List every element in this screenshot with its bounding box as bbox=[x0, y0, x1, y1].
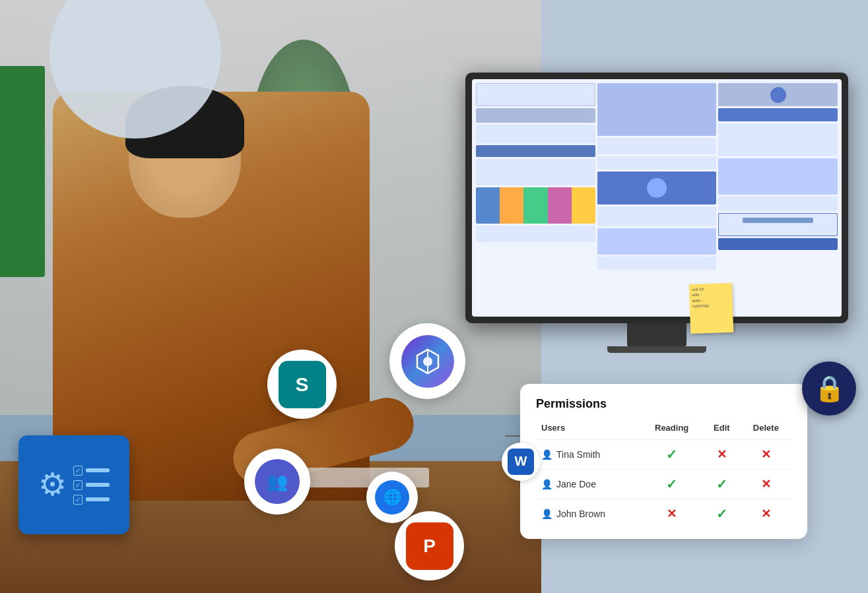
cross-tina-edit: ✕ bbox=[717, 448, 727, 461]
cross-tina-delete: ✕ bbox=[761, 448, 771, 461]
m365-icon[interactable] bbox=[389, 323, 465, 399]
wireframe-col-1 bbox=[476, 83, 595, 313]
wireframe-block bbox=[476, 125, 595, 143]
monitor-screen bbox=[472, 79, 842, 317]
monitor-area bbox=[465, 73, 848, 353]
user-icon: 👤 bbox=[541, 509, 552, 519]
wireframe-block bbox=[718, 83, 838, 106]
globe-icon[interactable]: 🌐 bbox=[366, 472, 418, 523]
sticky-note: unit listable -table -nyptology bbox=[689, 283, 734, 334]
monitor-frame bbox=[465, 73, 848, 323]
user-icon: 👤 bbox=[541, 479, 552, 489]
wireframe-block bbox=[597, 206, 717, 226]
cross-jane-delete: ✕ bbox=[761, 478, 771, 491]
check-tina-reading: ✓ bbox=[666, 447, 677, 462]
teams-icon[interactable]: 👥 bbox=[244, 449, 310, 515]
checklist: ✓ ✓ ✓ bbox=[73, 466, 110, 505]
check-jane-edit: ✓ bbox=[716, 477, 727, 491]
col-header-delete: Delete bbox=[741, 420, 791, 440]
lock-icon: 🔒 bbox=[802, 361, 856, 416]
wireframe-block bbox=[476, 226, 595, 242]
wireframe-block bbox=[597, 156, 717, 170]
wireframe-block bbox=[597, 257, 717, 270]
lock-symbol: 🔒 bbox=[814, 374, 845, 403]
wireframe-block bbox=[476, 108, 595, 123]
sharepoint-icon[interactable]: S bbox=[267, 350, 337, 419]
table-row: 👤 Jane Doe ✓ ✓ ✕ bbox=[536, 470, 791, 499]
user-name-john: John Brown bbox=[556, 509, 605, 519]
user-icon: 👤 bbox=[541, 449, 552, 460]
wireframe-block bbox=[476, 83, 595, 106]
permissions-table: Users Reading Edit Delete 👤 Tina Smith bbox=[536, 420, 791, 528]
wireframe-block bbox=[718, 123, 838, 156]
cross-john-reading: ✕ bbox=[667, 507, 677, 520]
wireframe-block bbox=[718, 197, 838, 211]
col-header-edit: Edit bbox=[703, 420, 741, 440]
check-jane-reading: ✓ bbox=[666, 477, 677, 491]
col-header-reading: Reading bbox=[640, 420, 702, 440]
check-john-edit: ✓ bbox=[716, 507, 727, 521]
monitor-stand bbox=[627, 323, 686, 346]
wireframe-block-dark bbox=[718, 108, 838, 121]
wireframe-chart bbox=[476, 187, 595, 224]
wireframe-col-2 bbox=[597, 83, 717, 313]
table-row: 👤 Tina Smith ✓ ✕ ✕ bbox=[536, 440, 791, 470]
wireframe-block bbox=[718, 213, 838, 236]
svg-point-1 bbox=[423, 357, 432, 366]
gear-checklist-widget: ⚙ ✓ ✓ ✓ bbox=[18, 435, 129, 534]
wireframe-block-dark bbox=[718, 238, 838, 250]
user-name-jane: Jane Doe bbox=[556, 479, 596, 489]
wireframe-block bbox=[476, 159, 595, 185]
cross-john-delete: ✕ bbox=[761, 507, 771, 520]
monitor-base bbox=[607, 346, 706, 353]
wireframe-block-dark bbox=[476, 145, 595, 157]
wireframe-block bbox=[597, 138, 717, 154]
wireframe-block bbox=[597, 83, 717, 136]
permissions-title: Permissions bbox=[536, 397, 791, 411]
user-name-tina: Tina Smith bbox=[556, 449, 600, 460]
wireframe-block bbox=[718, 158, 838, 195]
powerpoint-icon[interactable]: P bbox=[395, 511, 464, 580]
word-icon[interactable]: W bbox=[502, 443, 540, 481]
wireframe-block bbox=[597, 228, 717, 255]
wireframe-col-3 bbox=[718, 83, 838, 313]
green-accent-bar bbox=[0, 66, 45, 277]
table-row: 👤 John Brown ✕ ✓ ✕ bbox=[536, 499, 791, 529]
wireframe-block-blue bbox=[597, 172, 717, 204]
permissions-card: W Permissions Users Reading Edit Delete … bbox=[520, 384, 807, 539]
col-header-users: Users bbox=[536, 420, 640, 440]
gear-icon: ⚙ bbox=[38, 469, 67, 501]
